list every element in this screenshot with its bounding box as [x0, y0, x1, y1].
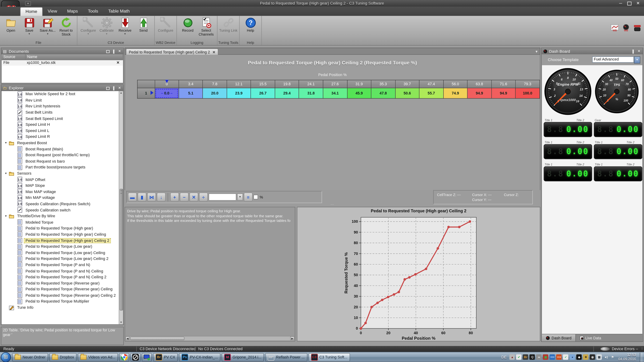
minimize-button[interactable]: ─ [619, 0, 622, 6]
document-close-icon[interactable]: ✕ [115, 60, 121, 65]
document-row[interactable]: File xp1000_turbo.stk ✕ [2, 60, 123, 66]
remote-desktop-taskbar-icon[interactable] [142, 353, 152, 361]
taskbar-folder-videos-von-ad[interactable]: Videos von Ad... [78, 353, 118, 361]
tab-close-icon[interactable]: ✕ [212, 50, 216, 54]
tree-item-pedal-to-requested-torque-low-gear[interactable]: Pedal to Requested Torque (Low gear) [2, 244, 119, 250]
send-button[interactable]: Send [134, 17, 153, 32]
documents-close-icon[interactable]: ✕ [118, 49, 122, 53]
tree-item-min-map-voltage[interactable]: 1:0Min MAP voltage [2, 195, 119, 201]
tree-item-rev-limit[interactable]: 1:0Rev Limit [2, 97, 119, 103]
column-header-7.8[interactable]: 7.8 [203, 80, 227, 88]
tree-item-speed-limit-l[interactable]: 1:0Speed Limit L [2, 128, 119, 134]
dropdown-arrow-icon[interactable]: ▼ [105, 32, 108, 35]
tree-item-map-offset[interactable]: 1:0MAP Offset [2, 176, 119, 182]
add-value-button[interactable]: + [170, 193, 179, 202]
maximize-button[interactable] [627, 0, 632, 6]
documents-col-source[interactable]: Source [2, 54, 26, 60]
dashboard-close-icon[interactable]: ✕ [637, 49, 641, 53]
cc4-tray-icon[interactable]: CC4 [556, 355, 562, 360]
table-cell-4[interactable]: 26.7 [251, 88, 275, 98]
c3-device-icon[interactable] [633, 24, 642, 32]
dash-tab-dash-board[interactable]: Dash Board [542, 334, 576, 341]
table-cell-14[interactable]: 94.9 [491, 88, 516, 98]
table-cell-1[interactable]: 5.1 [179, 88, 203, 98]
save-as-button[interactable]: Save As...▼ [38, 17, 57, 35]
taskbar-window-c3-tuning-soft[interactable]: C3C3 Tuning Soft... [308, 353, 350, 361]
scroll-left-icon[interactable]: ◀ [126, 336, 130, 340]
dropdown-arrow-icon[interactable]: ▼ [87, 32, 90, 35]
table-cell-13[interactable]: 94.9 [468, 88, 492, 98]
documents-maximize-icon[interactable] [106, 49, 110, 53]
record-button[interactable]: Record [178, 17, 197, 32]
menu-tab-tools[interactable]: Tools [83, 7, 103, 16]
table-cell-0[interactable]: – 0.0 – [155, 88, 179, 98]
smooth-button[interactable]: ≡ [244, 193, 253, 202]
tree-item-max-vehicle-speed-for-2-foot[interactable]: 1:0Max Vehicle Speed for 2 foot [2, 91, 119, 97]
table-cell-9[interactable]: 47.8 [371, 88, 395, 98]
tab-pedal-to-requested-torque[interactable]: Pedal to Requested Torque (High gear) Ce… [126, 48, 218, 55]
description-hscrollbar[interactable]: ◀ ▶ [126, 336, 294, 341]
volume-tray-icon[interactable]: ◄) [603, 355, 609, 360]
tree-item-pedal-to-requested-torque-reverse-gear[interactable]: Pedal to Requested Torque (Reverse gear) [2, 280, 119, 286]
tree-item-speed-limit-h[interactable]: 1:0Speed Limit H [2, 122, 119, 128]
menu-tab-view[interactable]: View [43, 7, 62, 16]
value-input[interactable] [208, 193, 236, 200]
tree-item-pedal-to-requested-torque-multiplier[interactable]: Pedal to Requested Torque Multiplier [2, 299, 119, 305]
tree-item-part-throttle-boost-pressure-targets[interactable]: Part throttle boost/pressure targets [2, 164, 119, 170]
column-header-31.9[interactable]: 31.9 [347, 80, 371, 88]
tree-item-speedo-calibration-switch[interactable]: Speedo Calibration switch [2, 207, 119, 213]
column-header-27.6[interactable]: 27.6 [323, 80, 347, 88]
action-flag-tray-icon[interactable]: ⚑ [610, 355, 615, 360]
tree-item-pedal-to-requested-torque-p-and-n-ceiling-2[interactable]: Pedal to Requested Torque (P and N) Ceil… [2, 274, 119, 280]
column-header-71.6[interactable]: 71.6 [491, 80, 516, 88]
tree-item-pedal-to-requested-torque-low-gear-ceiling[interactable]: Pedal to Requested Torque (Low gear) Cei… [2, 250, 119, 256]
tree-item-rev-limit-hysteresis[interactable]: 1:0Rev Limit hysteresis [2, 103, 119, 109]
subtract-value-button[interactable]: − [180, 193, 189, 202]
reset-to-stock-button[interactable]: Reset to Stock [57, 17, 75, 36]
menu-tab-table-math[interactable]: Table Math [103, 7, 135, 16]
table-cell-12[interactable]: 74.9 [444, 88, 468, 98]
tree-item-speed-limit-r[interactable]: 1:0Speed Limit R [2, 134, 119, 140]
taskbar-folder-neuer-ordner[interactable]: Neuer Ordner [12, 353, 48, 361]
save-button[interactable]: Save▼ [20, 17, 38, 35]
tree-item-pedal-to-requested-torque-p-and-n-ceiling[interactable]: Pedal to Requested Torque (P and N) Ceil… [2, 268, 119, 274]
tree-item-requested-boost[interactable]: ▾Requested Boost [2, 140, 119, 146]
taskbar-window-gripone-2014-i[interactable]: IdGripone_2014.i... [222, 353, 264, 361]
tree-item-pedal-to-requested-torque-low-gear-ceiling-2[interactable]: Pedal to Requested Torque (Low gear) Cei… [2, 256, 119, 262]
explorer-pin-icon[interactable] [112, 86, 116, 90]
explorer-maximize-icon[interactable] [106, 86, 110, 90]
column-header-79.3[interactable]: 79.3 [516, 80, 540, 88]
display-duplicate-tray-icon[interactable]: ▣ [543, 355, 548, 360]
dashboard-pin-icon[interactable] [631, 49, 635, 53]
wb2-gauge-icon[interactable]: WB [622, 24, 630, 32]
tree-item-pedal-to-requested-torque-p-and-n[interactable]: Pedal to Requested Torque (P and N) [2, 262, 119, 268]
creative-cloud-tray-icon[interactable]: ∞ [536, 355, 542, 360]
template-select-arrow-icon[interactable]: ▼ [634, 56, 640, 63]
help-button[interactable]: ?Help [241, 17, 260, 32]
table-cell-6[interactable]: 31.8 [299, 88, 323, 98]
value-dropdown-icon[interactable]: ▼ [237, 193, 243, 200]
wb2-chart-icon[interactable]: WB [610, 24, 619, 32]
table-cell-5[interactable]: 29.4 [275, 88, 299, 98]
language-indicator[interactable]: DE [500, 355, 508, 359]
open-button[interactable]: Open [2, 17, 20, 32]
column-header-47.4[interactable]: 47.4 [419, 80, 444, 88]
tree-item-boost-request-main[interactable]: Boost Request (Main) [2, 146, 119, 152]
column-header-19.8[interactable]: 19.8 [275, 80, 299, 88]
media-center-tray-icon[interactable]: ● [570, 355, 575, 360]
tree-item-pedal-to-requested-torque-reverse-gear-ceiling[interactable]: Pedal to Requested Torque (Reverse gear)… [2, 286, 119, 292]
tree-item-pedal-to-requested-torque-high-gear[interactable]: Pedal to Requested Torque (High gear) [2, 225, 119, 231]
bridge-tray-icon[interactable]: Br [523, 355, 528, 360]
dark-app-taskbar-icon[interactable] [130, 353, 140, 361]
column-header-24.1[interactable]: 24.1 [299, 80, 323, 88]
tree-item-pedal-to-requested-torque-high-gear-ceiling-2[interactable]: Pedal to Requested Torque (High gear) Ce… [2, 237, 119, 243]
dropdown-arrow-icon[interactable]: ▼ [124, 32, 126, 35]
template-select[interactable]: Fuel Advanced [592, 56, 634, 63]
table-cell-3[interactable]: 23.9 [227, 88, 251, 98]
column-header-15.5[interactable]: 15.5 [251, 80, 275, 88]
tree-item-seat-belt-speed-limit[interactable]: 1:0Seat Belt Speed Limit [2, 115, 119, 122]
scroll-right-icon[interactable]: ▶ [290, 336, 294, 340]
tree-item-map-slope[interactable]: 1:0MAP Slope [2, 183, 119, 189]
explorer-close-icon[interactable]: ✕ [118, 86, 122, 90]
scroll-thumb[interactable] [119, 189, 123, 310]
